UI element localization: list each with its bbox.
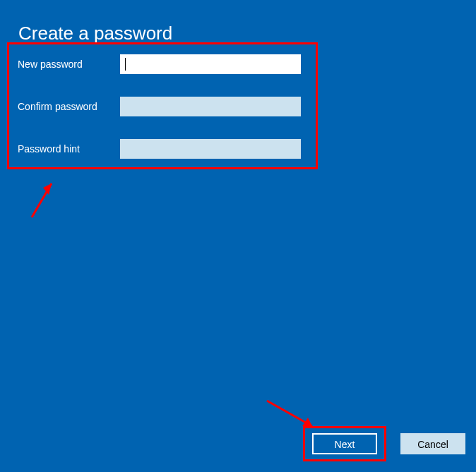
annotation-arrow-icon	[25, 175, 60, 224]
button-bar: Next Cancel	[303, 426, 465, 461]
cancel-button[interactable]: Cancel	[400, 433, 465, 454]
password-hint-row: Password hint	[18, 139, 301, 159]
confirm-password-input[interactable]	[120, 97, 301, 116]
confirm-password-label: Confirm password	[18, 101, 120, 112]
password-hint-label: Password hint	[18, 143, 120, 155]
page-title: Create a password	[18, 23, 172, 44]
text-caret	[125, 58, 126, 71]
password-form-highlight: New password Confirm password Password h…	[7, 42, 318, 169]
password-hint-input[interactable]	[120, 139, 301, 159]
next-button[interactable]: Next	[312, 433, 377, 454]
new-password-label: New password	[18, 59, 120, 70]
new-password-input[interactable]	[120, 54, 301, 74]
confirm-password-row: Confirm password	[18, 97, 301, 116]
svg-marker-1	[43, 183, 52, 195]
new-password-row: New password	[18, 54, 301, 74]
next-button-highlight: Next	[303, 426, 386, 461]
